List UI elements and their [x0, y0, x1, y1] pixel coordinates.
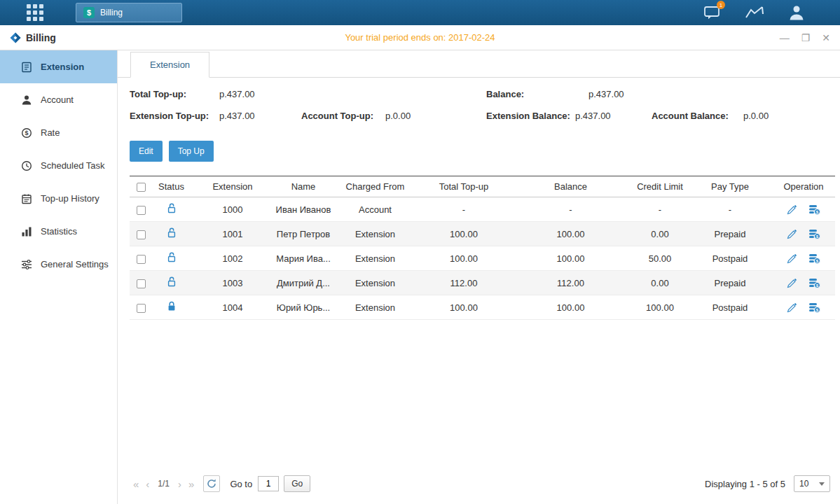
col-name: Name — [275, 176, 332, 197]
account-balance-label: Account Balance: — [652, 111, 729, 121]
window-title: Billing — [26, 32, 56, 43]
total-topup-value: p.437.00 — [219, 89, 255, 99]
total-topup-label: Total Top-up: — [130, 89, 186, 99]
top-up-row-icon[interactable]: $ — [808, 302, 820, 313]
table-row: 1000 Иван Иванов Account - - - - $ — [130, 197, 835, 222]
cell-name: Мария Ива... — [275, 246, 332, 271]
row-checkbox[interactable] — [137, 255, 146, 264]
sidebar-item-label: Scheduled Task — [41, 160, 105, 171]
sidebar-item-statistics[interactable]: Statistics — [0, 215, 117, 248]
cell-extension: 1003 — [191, 271, 275, 295]
minimize-button[interactable]: — — [780, 33, 790, 43]
cell-total-topup: 100.00 — [418, 222, 509, 246]
status-unlocked-icon[interactable] — [167, 227, 177, 238]
sidebar-item-extension[interactable]: Extension — [0, 50, 117, 83]
edit-row-icon[interactable] — [787, 278, 797, 288]
cell-balance: 100.00 — [509, 295, 632, 320]
page-size-value: 10 — [799, 479, 808, 489]
edit-row-icon[interactable] — [787, 204, 797, 215]
cell-charged-from: Extension — [332, 295, 418, 320]
cell-extension: 1004 — [191, 295, 275, 320]
page-indicator: 1/1 — [158, 479, 170, 489]
col-balance: Balance — [509, 176, 632, 197]
sidebar-item-rate[interactable]: $ Rate — [0, 116, 117, 149]
row-checkbox[interactable] — [137, 206, 146, 215]
cell-pay-type: Postpaid — [688, 246, 772, 271]
user-icon[interactable] — [787, 4, 806, 21]
sidebar-item-account[interactable]: Account — [0, 83, 117, 116]
top-up-row-icon[interactable]: $ — [808, 253, 820, 264]
tab-extension[interactable]: Extension — [130, 52, 209, 78]
edit-row-icon[interactable] — [787, 302, 797, 313]
table-row: 1004 Юрий Юрь... Extension 100.00 100.00… — [130, 295, 835, 320]
maximize-button[interactable]: ❐ — [801, 33, 811, 43]
cell-credit-limit: 50.00 — [632, 246, 688, 271]
status-locked-icon[interactable] — [167, 301, 177, 312]
sidebar-item-label: Account — [41, 94, 74, 105]
chat-badge: 1 — [717, 1, 725, 9]
col-credit-limit: Credit Limit — [632, 176, 688, 197]
sidebar-item-scheduled-task[interactable]: Scheduled Task — [0, 149, 117, 182]
topbar-tab-billing[interactable]: $ Billing — [76, 3, 182, 22]
cell-total-topup: 112.00 — [418, 271, 509, 295]
close-button[interactable]: ✕ — [822, 33, 830, 43]
table-header-row: Status Extension Name Charged From Total… — [130, 176, 835, 197]
cell-pay-type: Prepaid — [688, 222, 772, 246]
cell-balance: - — [509, 197, 632, 222]
col-charged-from: Charged From — [332, 176, 418, 197]
chevron-down-icon — [819, 482, 825, 486]
chart-icon[interactable] — [745, 4, 764, 21]
cell-balance: 100.00 — [509, 222, 632, 246]
bar-chart-icon — [21, 226, 32, 237]
top-up-row-icon[interactable]: $ — [808, 278, 820, 288]
sidebar-item-label: General Settings — [41, 259, 109, 270]
sliders-icon — [21, 259, 32, 270]
top-up-row-icon[interactable]: $ — [808, 204, 820, 215]
edit-row-icon[interactable] — [787, 253, 797, 264]
cell-balance: 112.00 — [509, 271, 632, 295]
sidebar-item-topup-history[interactable]: Top-up History — [0, 182, 117, 215]
top-up-button[interactable]: Top Up — [169, 141, 214, 162]
status-unlocked-icon[interactable] — [167, 276, 177, 287]
apps-grid-icon[interactable] — [27, 4, 43, 21]
last-page-button[interactable]: » — [188, 478, 194, 490]
col-operation: Operation — [772, 176, 835, 197]
extension-icon — [21, 62, 32, 73]
summary-panel: Total Top-up: p.437.00 Balance: p.437.00… — [118, 88, 840, 132]
chat-icon[interactable]: 1 — [703, 4, 722, 21]
trial-notice: Your trial period ends on: 2017-02-24 — [0, 32, 840, 43]
extension-balance-label: Extension Balance: — [486, 111, 570, 121]
dollar-icon: $ — [83, 7, 95, 18]
cell-charged-from: Extension — [332, 222, 418, 246]
cell-name: Дмитрий Д... — [275, 271, 332, 295]
next-page-button[interactable]: › — [178, 478, 181, 490]
cell-charged-from: Account — [332, 197, 418, 222]
refresh-button[interactable] — [203, 475, 220, 492]
row-checkbox[interactable] — [137, 279, 146, 288]
cell-pay-type: Postpaid — [688, 295, 772, 320]
svg-text:$: $ — [25, 130, 28, 136]
first-page-button[interactable]: « — [133, 478, 139, 490]
cell-total-topup: 100.00 — [418, 295, 509, 320]
cell-total-topup: 100.00 — [418, 246, 509, 271]
prev-page-button[interactable]: ‹ — [146, 478, 149, 490]
cell-credit-limit: 0.00 — [632, 271, 688, 295]
go-button[interactable]: Go — [284, 475, 310, 492]
select-all-checkbox[interactable] — [137, 183, 146, 192]
cell-name: Юрий Юрь... — [275, 295, 332, 320]
row-checkbox[interactable] — [137, 304, 146, 313]
billing-logo-icon — [10, 32, 21, 43]
status-unlocked-icon[interactable] — [167, 203, 177, 214]
sidebar-item-general-settings[interactable]: General Settings — [0, 248, 117, 281]
status-unlocked-icon[interactable] — [167, 252, 177, 262]
top-up-row-icon[interactable]: $ — [808, 229, 820, 239]
row-checkbox[interactable] — [137, 230, 146, 239]
edit-button[interactable]: Edit — [130, 141, 163, 162]
goto-label: Go to — [230, 479, 252, 489]
page-size-select[interactable]: 10 — [794, 475, 830, 492]
sidebar-item-label: Statistics — [41, 226, 77, 237]
edit-row-icon[interactable] — [787, 229, 797, 239]
cell-credit-limit: - — [632, 197, 688, 222]
goto-page-input[interactable] — [258, 476, 279, 491]
sidebar-item-label: Extension — [41, 62, 84, 72]
